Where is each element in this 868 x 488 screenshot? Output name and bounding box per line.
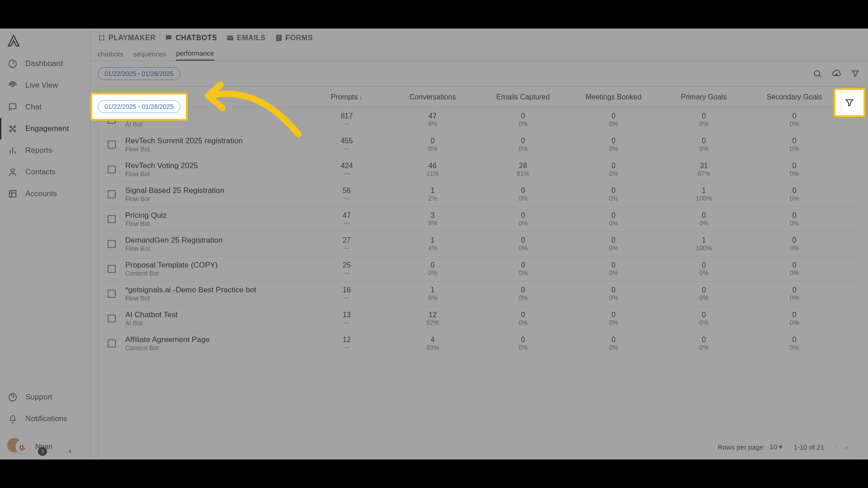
prev-page-button[interactable]: ‹ (835, 443, 837, 451)
row-type: AI Bot (125, 121, 306, 128)
sidebar: DashboardLive ViewChatEngagementReportsC… (0, 28, 90, 460)
select-all-checkbox[interactable] (108, 93, 116, 101)
tab-playmaker[interactable]: PLAYMAKER (98, 34, 156, 42)
chatbots-icon (165, 34, 173, 42)
collapse-sidebar-button[interactable] (65, 446, 75, 457)
forms-icon (275, 34, 283, 42)
table-row[interactable]: Proposal Template (COPY)Content Bot 25--… (98, 257, 860, 282)
row-type: Content Bot (125, 270, 306, 277)
row-checkbox[interactable] (108, 116, 116, 124)
table-row[interactable]: *getsignals.ai -Demo Best Practice botFl… (98, 282, 860, 306)
sidebar-item-dashboard[interactable]: Dashboard (0, 53, 90, 75)
row-name: Proposal Template (COPY) (125, 261, 306, 270)
emails-icon (226, 34, 234, 42)
sidebar-item-live-view[interactable]: Live View (0, 75, 90, 96)
cloud-download-icon[interactable] (831, 68, 842, 79)
next-page-button[interactable]: › (845, 443, 848, 451)
dashboard-icon (7, 58, 18, 69)
avatar-secondary: g. (15, 440, 30, 454)
row-name: Pricing Quiz (125, 211, 306, 220)
subtab-performance[interactable]: performance (176, 49, 214, 61)
column-header-conversations[interactable]: Conversations (387, 93, 478, 101)
row-type: Content Bot (125, 344, 306, 352)
row-checkbox[interactable] (108, 190, 116, 198)
user-menu[interactable]: g. Ngan 3 (0, 434, 90, 460)
row-type: Flow Bot (125, 170, 306, 178)
sidebar-item-reports[interactable]: Reports (0, 140, 90, 161)
filter-icon[interactable] (850, 68, 861, 79)
column-header-meetings[interactable]: Meetings Booked (568, 93, 659, 101)
secondary-tabs: chatbotssequencesperformance (90, 47, 868, 61)
subtab-chatbots[interactable]: chatbots (98, 50, 123, 61)
toolbar: 01/22/2025 - 01/28/2025 (90, 61, 868, 86)
row-type: Flow Bot (125, 220, 306, 227)
tab-forms[interactable]: FORMS (275, 34, 313, 42)
accounts-icon (7, 188, 18, 199)
table-row[interactable]: Signal Based 25 RegistrationFlow Bot 56-… (98, 182, 860, 207)
row-checkbox[interactable] (108, 165, 116, 174)
svg-point-1 (11, 84, 14, 87)
table-row[interactable]: RevTech Summit 2025 registrationFlow Bot… (98, 132, 860, 157)
table-row[interactable]: Affiliate Agreement PageContent Bot 12--… (98, 331, 860, 356)
date-range-chip[interactable]: 01/22/2025 - 01/28/2025 (98, 67, 180, 80)
sidebar-item-chat[interactable]: Chat (0, 96, 90, 118)
rows-per-page-select[interactable]: 10 ▾ (770, 443, 783, 451)
notification-badge: 3 (38, 447, 47, 456)
sidebar-item-contacts[interactable]: Contacts (0, 161, 90, 183)
sort-desc-icon: ↓ (359, 94, 363, 101)
table-row[interactable]: Pricing QuizFlow Bot 47--- 36% 00% 00% 0… (98, 207, 860, 232)
row-name: Signal Based 25 Registration (125, 186, 306, 195)
table-header: Name Prompts↓ Conversations Emails Captu… (98, 87, 860, 108)
row-checkbox[interactable] (108, 215, 116, 223)
column-header-secondary-goals[interactable]: Secondary Goals (749, 93, 840, 101)
row-type: Flow Bot (125, 245, 306, 252)
support-icon (7, 392, 18, 403)
row-name: RevTech Summit 2025 registration (125, 136, 306, 145)
row-checkbox[interactable] (108, 290, 116, 298)
sidebar-item-engagement[interactable]: Engagement (0, 118, 90, 140)
contacts-icon (7, 167, 18, 178)
table-row[interactable]: RevTech Voting 2025Flow Bot 424--- 4611%… (98, 157, 860, 182)
row-name: Homepage AI (125, 112, 306, 121)
row-name: DemandGen 25 Registration (125, 236, 306, 245)
column-header-primary-goals[interactable]: Primary Goals (659, 93, 749, 101)
liveview-icon (7, 80, 18, 91)
svg-point-6 (11, 169, 14, 172)
row-checkbox[interactable] (108, 141, 116, 149)
row-checkbox[interactable] (108, 314, 116, 323)
row-name: Affiliate Agreement Page (125, 335, 306, 344)
primary-tabs: PLAYMAKERCHATBOTSEMAILSFORMS (90, 28, 868, 47)
playmaker-icon (98, 34, 106, 42)
search-icon[interactable] (812, 68, 823, 79)
app-logo[interactable] (0, 28, 90, 53)
table-row[interactable]: AI Chatbot TestAI Bot 13--- 1292% 00% 00… (98, 306, 860, 331)
engagement-icon (7, 123, 18, 134)
subtab-sequences[interactable]: sequences (133, 50, 166, 61)
table-row[interactable]: Homepage AIAI Bot 817--- 476% 00% 00% 00… (98, 108, 860, 132)
row-type: Flow Bot (125, 145, 306, 153)
tab-chatbots[interactable]: CHATBOTS (165, 34, 217, 42)
column-header-name[interactable]: Name (125, 93, 306, 101)
row-name: AI Chatbot Test (125, 310, 306, 319)
pagination-range: 1-10 of 21 (793, 443, 824, 451)
column-header-prompts[interactable]: Prompts↓ (306, 93, 387, 101)
row-type: AI Bot (125, 319, 306, 327)
table-row[interactable]: DemandGen 25 RegistrationFlow Bot 27--- … (98, 232, 860, 257)
rows-per-page-label: Rows per page: (718, 443, 765, 451)
row-name: RevTech Voting 2025 (125, 161, 306, 170)
reports-icon (7, 145, 18, 156)
row-type: Flow Bot (125, 195, 306, 202)
sidebar-item-accounts[interactable]: Accounts (0, 183, 90, 205)
row-checkbox[interactable] (108, 240, 116, 248)
svg-rect-13 (227, 36, 233, 41)
row-name: *getsignals.ai -Demo Best Practice bot (125, 286, 306, 295)
sidebar-item-support[interactable]: Support (0, 386, 90, 408)
sidebar-item-notifications[interactable]: Notifications (0, 408, 90, 430)
row-checkbox[interactable] (108, 339, 116, 347)
row-type: Flow Bot (125, 295, 306, 302)
tab-emails[interactable]: EMAILS (226, 34, 265, 42)
row-checkbox[interactable] (108, 265, 116, 273)
column-header-emails[interactable]: Emails Captured (478, 93, 568, 101)
performance-table: Name Prompts↓ Conversations Emails Captu… (98, 86, 861, 460)
chat-icon (7, 102, 18, 113)
